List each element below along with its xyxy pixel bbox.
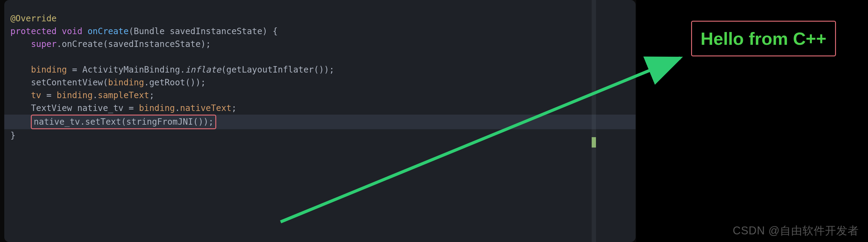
field-binding: binding	[139, 103, 175, 113]
code-line: tv = binding.sampleText;	[10, 89, 623, 102]
field-binding: binding	[57, 90, 93, 100]
static-method: inflate	[185, 65, 221, 75]
keyword-protected: protected	[10, 26, 57, 36]
type-textview: TextView	[31, 103, 72, 113]
property: nativeText	[180, 103, 231, 113]
code-line: }	[10, 129, 623, 142]
code-line: super.onCreate(savedInstanceState);	[10, 38, 623, 50]
scrollbar-change-marker	[592, 137, 596, 147]
code-line: binding = ActivityMainBinding.inflate(ge…	[10, 63, 623, 76]
variable: native_tv	[77, 103, 124, 113]
app-output-screen: Hello from C++ CSDN @自由软件开发者	[636, 0, 868, 242]
closing-brace: }	[10, 131, 16, 140]
method-call: onCreate	[62, 39, 103, 49]
property: sampleText	[98, 90, 150, 100]
code-line-highlighted: native_tv.setText(stringFromJNI());	[4, 114, 636, 129]
class-name: ActivityMainBinding	[82, 65, 180, 75]
keyword-void: void	[62, 26, 82, 36]
code-line: setContentView(binding.getRoot());	[10, 76, 623, 89]
keyword-super: super	[31, 39, 56, 49]
code-line-blank	[10, 50, 623, 63]
highlighted-statement-box: native_tv.setText(stringFromJNI());	[31, 114, 216, 129]
jni-call-statement: native_tv.setText(stringFromJNI());	[34, 117, 214, 127]
field-binding: binding	[108, 77, 144, 88]
annotation: @Override	[10, 13, 57, 24]
output-highlight-box: Hello from C++	[691, 21, 836, 57]
param-type: Bundle	[134, 26, 165, 36]
watermark-text: CSDN @自由软件开发者	[733, 222, 859, 239]
param-name: savedInstanceState	[170, 26, 262, 36]
code-line: @Override	[10, 12, 623, 25]
method-name: onCreate	[88, 26, 129, 36]
code-line: TextView native_tv = binding.nativeText;	[10, 102, 623, 114]
code-editor-pane: @Override protected void onCreate(Bundle…	[4, 0, 636, 242]
method-call: setContentView	[31, 77, 103, 88]
code-line: protected void onCreate(Bundle savedInst…	[10, 25, 623, 38]
field-tv: tv	[31, 90, 41, 100]
method-call: getRoot	[149, 77, 185, 88]
output-text: Hello from C++	[701, 25, 827, 52]
field-binding: binding	[31, 65, 67, 75]
scrollbar-track[interactable]	[592, 0, 596, 242]
